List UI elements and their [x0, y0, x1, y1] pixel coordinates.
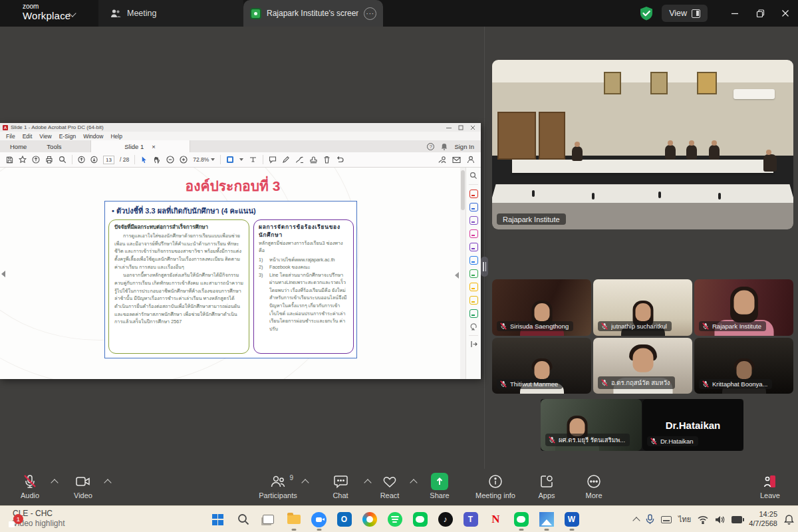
tab-meeting[interactable]: Meeting: [98, 0, 243, 27]
video-tile[interactable]: Rajapark Institute: [694, 279, 793, 336]
organize-pages-icon[interactable]: [469, 216, 478, 225]
acrobat-restore-icon[interactable]: [458, 125, 464, 130]
zoom-level-control[interactable]: 72.8%: [193, 156, 215, 163]
menu-help[interactable]: Help: [110, 133, 122, 140]
email-icon[interactable]: [452, 156, 461, 164]
search-icon[interactable]: [59, 156, 66, 164]
minimize-button[interactable]: [722, 0, 747, 27]
language-indicator[interactable]: ไทย: [678, 513, 691, 525]
measure-icon[interactable]: [249, 156, 257, 164]
line-chat-icon[interactable]: [513, 511, 529, 528]
tools-pane-toggle-icon[interactable]: [455, 272, 459, 279]
word-icon[interactable]: W: [563, 511, 580, 528]
photos-icon[interactable]: [538, 511, 555, 528]
netflix-icon[interactable]: N: [487, 511, 504, 528]
security-shield-icon[interactable]: [639, 6, 654, 21]
notification-bell-icon[interactable]: [784, 514, 794, 525]
wifi-icon[interactable]: [698, 515, 708, 524]
pencil-icon[interactable]: [282, 156, 290, 164]
menu-view[interactable]: View: [39, 133, 51, 140]
video-options-chevron[interactable]: [104, 479, 111, 486]
view-button[interactable]: View: [662, 5, 708, 22]
video-button[interactable]: Video: [62, 473, 104, 499]
main-video-tile[interactable]: Rajapark Institute: [492, 60, 793, 229]
account-icon[interactable]: [467, 156, 475, 164]
spotify-icon[interactable]: [386, 511, 403, 528]
battery-icon[interactable]: [732, 516, 742, 523]
tray-mic-icon[interactable]: [646, 514, 654, 525]
print-production-icon[interactable]: [469, 309, 478, 318]
comment-tool-icon[interactable]: [469, 296, 478, 305]
menu-window[interactable]: Window: [83, 133, 103, 140]
hand-tool-icon[interactable]: [153, 156, 161, 164]
create-pdf-icon[interactable]: [469, 190, 478, 198]
tab-document[interactable]: Slide 1 ×: [90, 140, 190, 152]
teams-icon[interactable]: T: [462, 511, 479, 528]
acrobat-title-bar[interactable]: A Slide 1 - Adobe Acrobat Pro DC (64-bit…: [0, 123, 481, 132]
task-view-icon[interactable]: [260, 511, 277, 528]
taskbar-clock[interactable]: 14:25 4/7/2568: [749, 510, 777, 529]
combine-files-icon[interactable]: [469, 283, 478, 291]
print-icon[interactable]: [45, 156, 53, 164]
export-pdf-icon[interactable]: [469, 203, 478, 211]
more-button[interactable]: More: [573, 473, 615, 499]
tiktok-icon[interactable]: ♪: [437, 511, 454, 528]
page-display-icon[interactable]: [226, 156, 234, 164]
zoom-in-icon[interactable]: [180, 156, 188, 164]
participants-options-chevron[interactable]: [301, 479, 309, 486]
menu-edit[interactable]: Edit: [23, 133, 33, 140]
search-tools-icon[interactable]: [469, 172, 477, 180]
copilot-icon[interactable]: [361, 511, 378, 528]
video-tile[interactable]: Sirisuda Saengthong: [492, 279, 591, 336]
page-number-input[interactable]: 13: [103, 156, 114, 164]
document-scrollbar[interactable]: [460, 168, 466, 379]
tab-tools[interactable]: Tools: [37, 143, 71, 150]
video-tile[interactable]: อ.ดร.กฤสน์วัต สมหวัง: [593, 338, 692, 394]
fill-sign-icon[interactable]: [295, 156, 304, 164]
react-button[interactable]: React: [368, 473, 411, 499]
video-tile[interactable]: Thitiwut Manmee: [492, 338, 591, 394]
search-icon[interactable]: [235, 511, 251, 528]
zoom-app-icon[interactable]: [311, 511, 327, 528]
chevron-down-icon[interactable]: [239, 158, 243, 161]
scan-icon[interactable]: [469, 269, 478, 278]
save-icon[interactable]: [6, 156, 13, 164]
help-icon[interactable]: ?: [427, 143, 434, 150]
undo-icon[interactable]: [336, 156, 344, 164]
share-link-icon[interactable]: [438, 156, 446, 164]
leave-button[interactable]: Leave: [749, 473, 791, 499]
tab-close-icon[interactable]: ×: [152, 143, 156, 150]
touch-keyboard-icon[interactable]: [661, 516, 672, 523]
volume-icon[interactable]: [715, 515, 725, 524]
send-review-icon[interactable]: [469, 256, 478, 265]
panel-resize-handle[interactable]: [481, 257, 488, 277]
video-tile[interactable]: jutnathip sucharitkul: [593, 279, 692, 336]
tab-shared-screen[interactable]: Rajapark Institute's screen ···: [243, 0, 383, 27]
bell-icon[interactable]: [441, 143, 448, 150]
share-button[interactable]: Share: [418, 473, 461, 499]
video-tile-camera-off[interactable]: Dr.Hataikan Dr.Hataikan: [642, 399, 743, 451]
select-cursor-icon[interactable]: [140, 156, 148, 164]
meeting-info-button[interactable]: Meeting info: [469, 473, 522, 499]
restore-button[interactable]: [747, 0, 773, 27]
participants-button[interactable]: 9 Participants: [257, 473, 299, 499]
outlook-icon[interactable]: O: [336, 511, 352, 528]
close-button[interactable]: [773, 0, 798, 27]
undo-panel-icon[interactable]: [469, 323, 477, 331]
taskbar-notification-app[interactable]: 1 CLE - CHC Video highlight: [7, 509, 65, 529]
comment-icon[interactable]: [269, 156, 277, 164]
windows-start-icon[interactable]: [209, 511, 226, 528]
page-up-icon[interactable]: [78, 156, 85, 164]
menu-esign[interactable]: E-Sign: [59, 133, 76, 140]
acrobat-minimize-icon[interactable]: [446, 125, 452, 130]
apps-button[interactable]: Apps: [525, 473, 568, 499]
page-down-icon[interactable]: [90, 156, 98, 164]
video-tile[interactable]: Krittaphat Boonya...: [694, 338, 793, 394]
video-tile[interactable]: ผศ.ดร.มยุรี รัตนเสริมพ...: [541, 399, 642, 451]
chat-button[interactable]: Chat: [319, 473, 362, 499]
tab-home[interactable]: Home: [0, 143, 37, 150]
share-upload-icon[interactable]: [32, 156, 40, 164]
react-options-chevron[interactable]: [410, 479, 417, 486]
fill-sign-tool-icon[interactable]: [469, 243, 478, 251]
file-explorer-icon[interactable]: [285, 511, 302, 528]
